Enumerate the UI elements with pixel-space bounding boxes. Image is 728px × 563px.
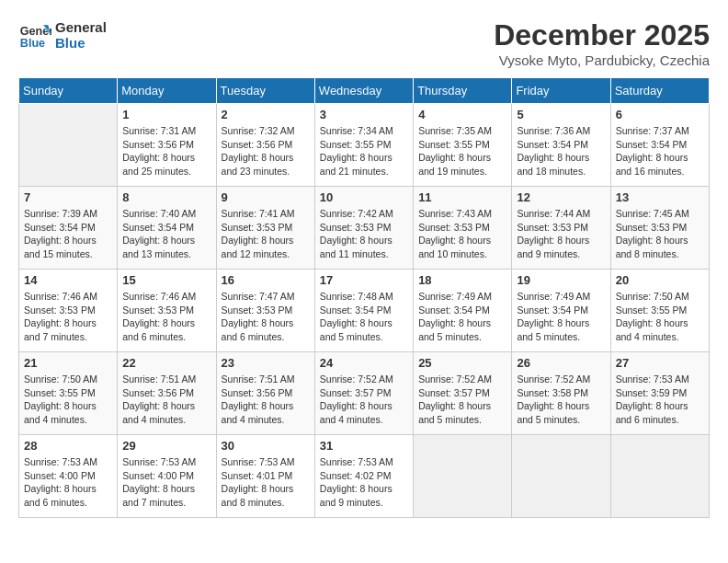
day-info: Sunrise: 7:32 AMSunset: 3:56 PMDaylight:… bbox=[222, 124, 310, 178]
day-info: Sunrise: 7:43 AMSunset: 3:53 PMDaylight:… bbox=[418, 207, 506, 261]
calendar-cell: 10Sunrise: 7:42 AMSunset: 3:53 PMDayligh… bbox=[314, 187, 413, 270]
calendar-cell: 5Sunrise: 7:36 AMSunset: 3:54 PMDaylight… bbox=[512, 104, 610, 187]
calendar-cell: 27Sunrise: 7:53 AMSunset: 3:59 PMDayligh… bbox=[610, 352, 709, 435]
title-block: December 2025 Vysoke Myto, Pardubicky, C… bbox=[494, 18, 710, 68]
calendar-cell: 29Sunrise: 7:53 AMSunset: 4:00 PMDayligh… bbox=[118, 435, 216, 518]
calendar-cell: 15Sunrise: 7:46 AMSunset: 3:53 PMDayligh… bbox=[118, 270, 216, 352]
day-number: 23 bbox=[222, 356, 310, 370]
calendar-week-row: 1Sunrise: 7:31 AMSunset: 3:56 PMDaylight… bbox=[19, 104, 710, 187]
calendar-week-row: 28Sunrise: 7:53 AMSunset: 4:00 PMDayligh… bbox=[19, 435, 710, 518]
day-number: 6 bbox=[616, 108, 704, 121]
day-info: Sunrise: 7:53 AMSunset: 3:59 PMDaylight:… bbox=[616, 373, 704, 427]
day-info: Sunrise: 7:46 AMSunset: 3:53 PMDaylight:… bbox=[122, 290, 210, 344]
day-number: 7 bbox=[24, 190, 112, 204]
day-number: 13 bbox=[616, 190, 704, 204]
calendar-cell bbox=[610, 435, 709, 518]
day-info: Sunrise: 7:35 AMSunset: 3:55 PMDaylight:… bbox=[418, 124, 506, 178]
calendar-cell: 13Sunrise: 7:45 AMSunset: 3:53 PMDayligh… bbox=[610, 187, 709, 270]
day-info: Sunrise: 7:39 AMSunset: 3:54 PMDaylight:… bbox=[24, 207, 112, 261]
day-number: 14 bbox=[24, 273, 112, 287]
day-number: 9 bbox=[222, 190, 310, 204]
day-info: Sunrise: 7:52 AMSunset: 3:58 PMDaylight:… bbox=[517, 373, 605, 427]
day-info: Sunrise: 7:46 AMSunset: 3:53 PMDaylight:… bbox=[24, 290, 112, 344]
day-info: Sunrise: 7:45 AMSunset: 3:53 PMDaylight:… bbox=[616, 207, 704, 261]
day-info: Sunrise: 7:34 AMSunset: 3:55 PMDaylight:… bbox=[320, 124, 408, 178]
calendar-cell: 23Sunrise: 7:51 AMSunset: 3:56 PMDayligh… bbox=[216, 352, 314, 435]
day-info: Sunrise: 7:53 AMSunset: 4:01 PMDaylight:… bbox=[222, 455, 310, 510]
day-info: Sunrise: 7:49 AMSunset: 3:54 PMDaylight:… bbox=[517, 290, 605, 344]
day-number: 20 bbox=[616, 273, 704, 287]
day-info: Sunrise: 7:42 AMSunset: 3:53 PMDaylight:… bbox=[320, 207, 408, 261]
day-number: 31 bbox=[320, 439, 408, 453]
weekday-header: Monday bbox=[118, 78, 216, 104]
day-info: Sunrise: 7:49 AMSunset: 3:54 PMDaylight:… bbox=[418, 290, 506, 344]
calendar-cell: 1Sunrise: 7:31 AMSunset: 3:56 PMDaylight… bbox=[118, 104, 216, 187]
day-number: 12 bbox=[517, 190, 605, 204]
day-info: Sunrise: 7:53 AMSunset: 4:00 PMDaylight:… bbox=[24, 455, 112, 510]
day-info: Sunrise: 7:53 AMSunset: 4:00 PMDaylight:… bbox=[122, 455, 210, 510]
day-info: Sunrise: 7:52 AMSunset: 3:57 PMDaylight:… bbox=[418, 373, 506, 427]
logo: General Blue General Blue bbox=[18, 18, 107, 52]
day-info: Sunrise: 7:51 AMSunset: 3:56 PMDaylight:… bbox=[122, 373, 210, 427]
day-info: Sunrise: 7:41 AMSunset: 3:53 PMDaylight:… bbox=[222, 207, 310, 261]
logo-line2: Blue bbox=[55, 35, 107, 51]
day-info: Sunrise: 7:47 AMSunset: 3:53 PMDaylight:… bbox=[222, 290, 310, 344]
calendar-cell: 31Sunrise: 7:53 AMSunset: 4:02 PMDayligh… bbox=[314, 435, 413, 518]
day-number: 29 bbox=[122, 439, 210, 453]
calendar-cell: 24Sunrise: 7:52 AMSunset: 3:57 PMDayligh… bbox=[314, 352, 413, 435]
day-number: 22 bbox=[122, 356, 210, 370]
day-number: 24 bbox=[320, 356, 408, 370]
calendar-cell: 18Sunrise: 7:49 AMSunset: 3:54 PMDayligh… bbox=[414, 270, 512, 352]
logo-icon: General Blue bbox=[18, 18, 51, 52]
calendar-cell: 2Sunrise: 7:32 AMSunset: 3:56 PMDaylight… bbox=[216, 104, 314, 187]
day-info: Sunrise: 7:50 AMSunset: 3:55 PMDaylight:… bbox=[616, 290, 704, 344]
calendar-cell: 17Sunrise: 7:48 AMSunset: 3:54 PMDayligh… bbox=[314, 270, 413, 352]
calendar-cell bbox=[512, 435, 610, 518]
calendar-cell: 11Sunrise: 7:43 AMSunset: 3:53 PMDayligh… bbox=[414, 187, 512, 270]
svg-text:Blue: Blue bbox=[20, 37, 45, 50]
day-number: 30 bbox=[222, 439, 310, 453]
day-info: Sunrise: 7:48 AMSunset: 3:54 PMDaylight:… bbox=[320, 290, 408, 344]
day-number: 4 bbox=[418, 108, 506, 121]
day-number: 18 bbox=[418, 273, 506, 287]
calendar-cell bbox=[19, 104, 118, 187]
day-number: 5 bbox=[517, 108, 605, 121]
weekday-header: Tuesday bbox=[216, 78, 314, 104]
day-number: 26 bbox=[517, 356, 605, 370]
day-number: 21 bbox=[24, 356, 112, 370]
day-number: 15 bbox=[122, 273, 210, 287]
day-info: Sunrise: 7:52 AMSunset: 3:57 PMDaylight:… bbox=[320, 373, 408, 427]
calendar-cell bbox=[414, 435, 512, 518]
day-info: Sunrise: 7:53 AMSunset: 4:02 PMDaylight:… bbox=[320, 455, 408, 510]
weekday-header: Sunday bbox=[19, 78, 118, 104]
day-info: Sunrise: 7:31 AMSunset: 3:56 PMDaylight:… bbox=[122, 124, 210, 178]
day-number: 27 bbox=[616, 356, 704, 370]
calendar-cell: 16Sunrise: 7:47 AMSunset: 3:53 PMDayligh… bbox=[216, 270, 314, 352]
day-info: Sunrise: 7:51 AMSunset: 3:56 PMDaylight:… bbox=[222, 373, 310, 427]
day-number: 8 bbox=[122, 190, 210, 204]
calendar-cell: 8Sunrise: 7:40 AMSunset: 3:54 PMDaylight… bbox=[118, 187, 216, 270]
calendar-cell: 19Sunrise: 7:49 AMSunset: 3:54 PMDayligh… bbox=[512, 270, 610, 352]
day-number: 10 bbox=[320, 190, 408, 204]
weekday-header: Thursday bbox=[414, 78, 512, 104]
calendar-cell: 26Sunrise: 7:52 AMSunset: 3:58 PMDayligh… bbox=[512, 352, 610, 435]
weekday-header-row: SundayMondayTuesdayWednesdayThursdayFrid… bbox=[19, 78, 710, 104]
day-info: Sunrise: 7:44 AMSunset: 3:53 PMDaylight:… bbox=[517, 207, 605, 261]
day-info: Sunrise: 7:40 AMSunset: 3:54 PMDaylight:… bbox=[122, 207, 210, 261]
location-subtitle: Vysoke Myto, Pardubicky, Czechia bbox=[494, 52, 710, 68]
day-number: 25 bbox=[418, 356, 506, 370]
calendar-week-row: 14Sunrise: 7:46 AMSunset: 3:53 PMDayligh… bbox=[19, 270, 710, 352]
weekday-header: Saturday bbox=[610, 78, 709, 104]
day-info: Sunrise: 7:50 AMSunset: 3:55 PMDaylight:… bbox=[24, 373, 112, 427]
calendar-cell: 28Sunrise: 7:53 AMSunset: 4:00 PMDayligh… bbox=[19, 435, 118, 518]
day-number: 17 bbox=[320, 273, 408, 287]
day-number: 19 bbox=[517, 273, 605, 287]
day-number: 2 bbox=[222, 108, 310, 121]
weekday-header: Wednesday bbox=[314, 78, 413, 104]
calendar-cell: 14Sunrise: 7:46 AMSunset: 3:53 PMDayligh… bbox=[19, 270, 118, 352]
calendar-cell: 12Sunrise: 7:44 AMSunset: 3:53 PMDayligh… bbox=[512, 187, 610, 270]
calendar-week-row: 7Sunrise: 7:39 AMSunset: 3:54 PMDaylight… bbox=[19, 187, 710, 270]
day-info: Sunrise: 7:37 AMSunset: 3:54 PMDaylight:… bbox=[616, 124, 704, 178]
calendar-cell: 21Sunrise: 7:50 AMSunset: 3:55 PMDayligh… bbox=[19, 352, 118, 435]
calendar-cell: 22Sunrise: 7:51 AMSunset: 3:56 PMDayligh… bbox=[118, 352, 216, 435]
